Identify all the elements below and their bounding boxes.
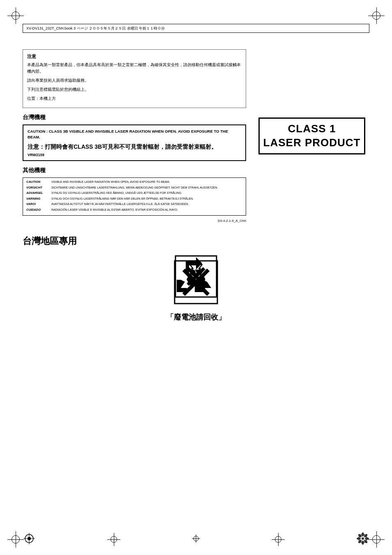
other-machines-title: 其他機種 (23, 167, 246, 174)
other-caution-row-item: VARO!AVATTAESSA ALTISTUT NÄKYÄ JA NÄKYMÄ… (26, 202, 242, 207)
bottom-right-floral (356, 532, 369, 547)
other-caution-text: SYNLIG OG USYNLIG LASERSTRÅLING VED ÅBNI… (51, 191, 182, 196)
class1-line2: LASER PRODUCT (263, 136, 361, 149)
corner-mark-top-right (368, 7, 385, 24)
right-column: CLASS 1 LASER PRODUCT (254, 49, 369, 223)
other-caution-text: SICHTBARE UND UNSICHTBARE LASERSTRAHLUNG… (51, 186, 218, 190)
notes-paragraph1: 本產品為第一類雷射產品，但本產品具有高於第一類之雷射二極體，為確保其安全性，請勿… (27, 62, 242, 75)
class1-laser-box: CLASS 1 LASER PRODUCT (258, 117, 365, 154)
other-caution-label: VARO! (26, 202, 49, 207)
class1-text: CLASS 1 LASER PRODUCT (263, 122, 361, 150)
recycle-caption: 「廢電池請回收」 (166, 312, 226, 322)
notes-location: 位置：本機上方 (27, 95, 242, 102)
top-section: 注意 本產品為第一類雷射產品，但本產品具有高於第一類之雷射二極體，為確保其安全性… (23, 49, 369, 223)
corner-mark-top-left (7, 7, 24, 24)
notes-paragraph3: 下列注意標籤需貼於您的機組上。 (27, 86, 242, 93)
page: XV-DV131_232T_ChH.book 3 ページ ２００５年５月２５日 … (0, 0, 392, 555)
other-caution-label: VORSICHT (26, 186, 49, 190)
svg-point-27 (362, 537, 364, 540)
taiwan-caution-box: CAUTION : CLASS 3B VISIBLE AND INVISIBLE… (23, 124, 246, 161)
svg-point-24 (357, 537, 361, 540)
other-caution-label: VARNING (26, 197, 49, 201)
bottom-center-mark (192, 534, 200, 544)
svg-point-18 (362, 532, 364, 537)
other-caution-row-item: VORSICHTSICHTBARE UND UNSICHTBARE LASERS… (26, 186, 242, 190)
corner-mark-bottom-left (7, 531, 24, 548)
other-caution-row-item: CUIDADORADIACIÓN LÁSER VISIBLE E INVISIB… (26, 208, 242, 212)
recycle-icon-wrapper: ♻ (173, 260, 219, 306)
other-caution-row-item: CAUTIONVISIBLE AND INVISIBLE LASER RADIA… (26, 180, 242, 184)
notes-paragraph2: 請向專業技術人員尋求協助服務。 (27, 77, 242, 84)
other-caution-row-item: ADVARSELSYNLIG OG USYNLIG LASERSTRÅLING … (26, 191, 242, 196)
left-column: 注意 本產品為第一類雷射產品，但本產品具有高於第一類之雷射二極體，為確保其安全性… (23, 49, 246, 223)
caution-zh-text: 注意：打開時會有CLASS 3B可見和不可見雷射輻射，請勿受雷射束輻射。 (28, 143, 241, 151)
page-header-text: XV-DV131_232T_ChH.book 3 ページ ２００５年５月２５日 … (26, 26, 165, 31)
other-caution-text: SYNLIG OCH OSYNLIG LASERSTRÅLNING NÄR DE… (51, 197, 194, 201)
bottom-crosshair-left (107, 533, 120, 546)
other-machines-section: 其他機種 CAUTIONVISIBLE AND INVISIBLE LASER … (23, 167, 246, 216)
caution-code: VRW2159 (28, 153, 241, 157)
other-caution-row-item: VARNINGSYNLIG OCH OSYNLIG LASERSTRÅLNING… (26, 197, 242, 201)
other-caution-label: CUIDADO (26, 208, 49, 212)
taiwan-region-section: 台灣地區專用 (23, 235, 369, 322)
other-caution-text: RADIACIÓN LÁSER VISIBLE E INVISIBLE AL E… (51, 208, 178, 212)
recycle-svg: ♻ (173, 260, 219, 305)
main-content: 注意 本產品為第一類雷射產品，但本產品具有高於第一類之雷射二極體，為確保其安全性… (23, 41, 369, 520)
other-caution-label: CAUTION (26, 180, 49, 184)
other-caution-label: ADVARSEL (26, 191, 49, 196)
class1-line1: CLASS 1 (288, 122, 336, 135)
page-header-bar: XV-DV131_232T_ChH.book 3 ページ ２００５年５月２５日 … (23, 24, 369, 33)
notes-title: 注意 (27, 53, 242, 60)
other-caution-text: AVATTAESSA ALTISTUT NÄKYÄ JA NÄKYMÄTTÖMÄ… (51, 202, 189, 207)
svg-point-22 (362, 541, 364, 545)
taiwan-machine-title: 台灣機種 (23, 114, 246, 121)
caution-en-text: CAUTION : CLASS 3B VISIBLE AND INVISIBLE… (28, 129, 241, 140)
bottom-crosshair-right (272, 533, 285, 546)
taiwan-region-title: 台灣地區專用 (23, 235, 369, 247)
bottom-marks-row (23, 532, 369, 547)
corner-mark-bottom-right (368, 531, 385, 548)
other-caution-text: VISIBLE AND INVISIBLE LASER RADIATION WH… (51, 180, 170, 184)
notes-box: 注意 本產品為第一類雷射產品，但本產品具有高於第一類之雷射二極體，為確保其安全性… (23, 49, 246, 108)
bottom-left-floral (23, 532, 36, 547)
recycle-container: ♻ 「廢電池請回收」 (23, 254, 369, 322)
svg-point-20 (365, 537, 369, 540)
doc-ref: D3-4-2-1-9_A_ChH (23, 219, 246, 223)
other-caution-box: CAUTIONVISIBLE AND INVISIBLE LASER RADIA… (23, 177, 246, 216)
